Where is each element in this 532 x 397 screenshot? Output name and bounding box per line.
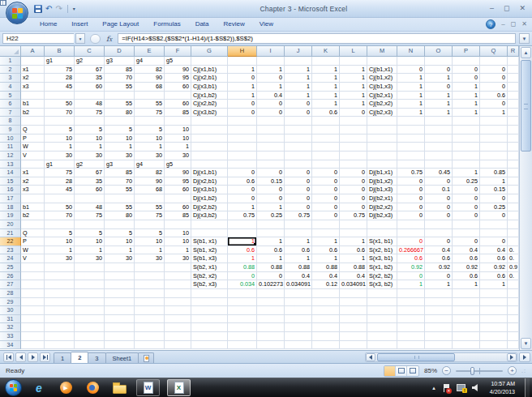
column-header-R[interactable]: R bbox=[508, 46, 519, 57]
cell-H25[interactable]: 0.88 bbox=[228, 263, 257, 272]
cell-N4[interactable]: 1 bbox=[397, 83, 425, 92]
cell-O7[interactable]: 1 bbox=[425, 109, 453, 117]
cell-F13[interactable]: g5 bbox=[165, 160, 191, 169]
cell-G10[interactable] bbox=[191, 134, 228, 143]
cell-I18[interactable]: 1 bbox=[257, 203, 285, 212]
cell-F21[interactable]: 10 bbox=[165, 229, 191, 238]
cell-P8[interactable] bbox=[453, 117, 480, 126]
cell-F31[interactable] bbox=[165, 315, 191, 324]
cell-C10[interactable]: 10 bbox=[75, 134, 105, 143]
cell-B27[interactable] bbox=[45, 280, 75, 289]
cell-A2[interactable]: x1 bbox=[21, 66, 45, 75]
cell-B17[interactable] bbox=[45, 194, 75, 203]
cell-F15[interactable]: 95 bbox=[165, 177, 191, 186]
cell-B24[interactable]: 30 bbox=[45, 254, 75, 263]
cell-A23[interactable]: W bbox=[21, 246, 45, 255]
cell-Q14[interactable]: 0.85 bbox=[480, 169, 508, 177]
cell-F24[interactable]: 30 bbox=[165, 254, 191, 263]
cell-P25[interactable]: 0.92 bbox=[453, 263, 480, 272]
cell-I30[interactable] bbox=[257, 306, 285, 315]
cell-D10[interactable]: 10 bbox=[105, 134, 135, 143]
ribbon-tab-home[interactable]: Home bbox=[32, 18, 64, 31]
cell-F4[interactable]: 60 bbox=[165, 83, 191, 92]
cell-P33[interactable] bbox=[453, 332, 480, 341]
cell-K25[interactable]: 0.88 bbox=[312, 263, 340, 272]
cell-R23[interactable]: 0. bbox=[508, 246, 519, 255]
cell-G32[interactable] bbox=[191, 323, 228, 332]
row-header-10[interactable]: 10 bbox=[0, 134, 21, 143]
cell-R15[interactable] bbox=[508, 177, 519, 186]
cell-C3[interactable]: 35 bbox=[75, 74, 105, 83]
cell-I29[interactable] bbox=[257, 298, 285, 307]
cell-D29[interactable] bbox=[105, 298, 135, 307]
cell-F22[interactable]: 10 bbox=[165, 237, 191, 246]
cell-H24[interactable]: 1 bbox=[228, 254, 257, 263]
column-header-A[interactable]: A bbox=[21, 46, 45, 57]
cell-R12[interactable] bbox=[508, 152, 519, 160]
cell-R3[interactable] bbox=[508, 74, 519, 83]
cell-B15[interactable]: 28 bbox=[45, 177, 75, 186]
cell-Q17[interactable]: 0 bbox=[480, 194, 508, 203]
row-header-29[interactable]: 29 bbox=[0, 298, 21, 307]
cell-M7[interactable]: Cj(b2,x3) bbox=[367, 109, 397, 117]
cell-L2[interactable]: 1 bbox=[340, 66, 367, 75]
cell-J29[interactable] bbox=[285, 298, 312, 307]
cell-H8[interactable] bbox=[228, 117, 257, 126]
cell-K28[interactable] bbox=[312, 289, 340, 298]
network-icon[interactable]: ! bbox=[457, 383, 466, 392]
cell-L23[interactable]: 0.6 bbox=[340, 246, 367, 255]
cell-A7[interactable]: b2 bbox=[21, 109, 45, 117]
column-header-I[interactable]: I bbox=[257, 46, 285, 57]
cell-D26[interactable] bbox=[105, 272, 135, 281]
cell-O8[interactable] bbox=[425, 117, 453, 126]
cell-G11[interactable] bbox=[191, 143, 228, 152]
cell-P15[interactable]: 0.25 bbox=[453, 177, 480, 186]
cell-I19[interactable]: 0.25 bbox=[257, 211, 285, 220]
cell-J33[interactable] bbox=[285, 332, 312, 341]
cell-N15[interactable]: 0 bbox=[397, 177, 425, 186]
cell-E18[interactable]: 55 bbox=[135, 203, 165, 212]
cell-J21[interactable] bbox=[285, 229, 312, 238]
cell-D27[interactable] bbox=[105, 280, 135, 289]
cell-D18[interactable]: 55 bbox=[105, 203, 135, 212]
cell-N17[interactable]: 0 bbox=[397, 194, 425, 203]
cell-L3[interactable]: 1 bbox=[340, 74, 367, 83]
cell-Q13[interactable] bbox=[480, 160, 508, 169]
cell-K27[interactable]: 0.12 bbox=[312, 280, 340, 289]
cell-M13[interactable] bbox=[367, 160, 397, 169]
firefox-icon[interactable] bbox=[83, 379, 102, 396]
cell-J30[interactable] bbox=[285, 306, 312, 315]
cell-P22[interactable]: 0 bbox=[453, 237, 480, 246]
cell-Q7[interactable]: 1 bbox=[480, 109, 508, 117]
cell-M34[interactable] bbox=[367, 341, 397, 350]
cell-O9[interactable] bbox=[425, 126, 453, 134]
cell-B18[interactable]: 50 bbox=[45, 203, 75, 212]
cell-R26[interactable]: 0. bbox=[508, 272, 519, 281]
cell-A32[interactable] bbox=[21, 323, 45, 332]
scroll-left-icon[interactable] bbox=[366, 353, 375, 361]
cell-N9[interactable] bbox=[397, 126, 425, 134]
cell-M15[interactable]: Dj(b1,x2) bbox=[367, 177, 397, 186]
cell-Q10[interactable] bbox=[480, 134, 508, 143]
cell-J17[interactable]: 0 bbox=[285, 194, 312, 203]
cell-I5[interactable]: 0.4 bbox=[257, 92, 285, 100]
cell-K6[interactable]: 1 bbox=[312, 100, 340, 109]
cell-E28[interactable] bbox=[135, 289, 165, 298]
insert-worksheet-button[interactable] bbox=[138, 352, 154, 363]
ribbon-tab-data[interactable]: Data bbox=[188, 18, 217, 31]
cell-J1[interactable] bbox=[285, 57, 312, 66]
cell-Q21[interactable] bbox=[480, 229, 508, 238]
cell-L32[interactable] bbox=[340, 323, 367, 332]
cell-Q28[interactable] bbox=[480, 289, 508, 298]
cell-D23[interactable]: 1 bbox=[105, 246, 135, 255]
cell-G2[interactable]: Cj(x1,b1) bbox=[191, 66, 228, 75]
cell-M5[interactable]: Cj(b2,x1) bbox=[367, 92, 397, 100]
cell-M27[interactable]: S(x3, b2) bbox=[367, 280, 397, 289]
cell-O20[interactable] bbox=[425, 220, 453, 229]
cell-E24[interactable]: 30 bbox=[135, 254, 165, 263]
row-header-9[interactable]: 9 bbox=[0, 126, 21, 134]
cell-C26[interactable] bbox=[75, 272, 105, 281]
cell-H13[interactable] bbox=[228, 160, 257, 169]
cell-N16[interactable]: 0 bbox=[397, 186, 425, 194]
cell-F33[interactable] bbox=[165, 332, 191, 341]
